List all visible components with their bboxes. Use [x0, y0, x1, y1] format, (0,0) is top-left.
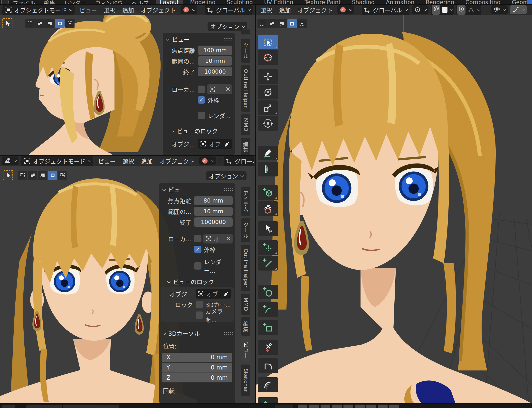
add-extra-tool-button[interactable]	[258, 397, 278, 403]
render-checkbox[interactable]	[198, 112, 205, 119]
viewport1-mode-dropdown[interactable]: オブジェクトモード	[2, 5, 75, 15]
topbar-menu-item[interactable]: 編集	[44, 0, 55, 5]
timeline-cell[interactable]	[355, 405, 365, 408]
box-trim-tool-button[interactable]	[258, 201, 278, 216]
active-tool-select-box-button[interactable]	[3, 170, 13, 180]
timeline-view-button[interactable]	[104, 405, 119, 408]
active-tool-select-box-button[interactable]	[2, 18, 12, 28]
workspace-tab[interactable]: Rendering	[422, 0, 458, 5]
pivot-point-dropdown[interactable]	[412, 5, 428, 14]
select-intersect-button[interactable]	[65, 19, 75, 28]
menu-item[interactable]: オブジェクト	[160, 157, 195, 165]
show-gizmo-dropdown[interactable]	[491, 5, 508, 14]
snap-magnet-toggle[interactable]	[432, 5, 440, 15]
sidebar-tab[interactable]: Outline Helper	[241, 65, 250, 112]
lock-camera-checkbox[interactable]	[196, 311, 203, 319]
timeline-cell[interactable]	[378, 405, 388, 408]
workspace-tab[interactable]: Compositing	[462, 0, 504, 5]
workspace-tab[interactable]: Modeling	[186, 0, 219, 5]
add-arc-tool-button[interactable]	[258, 302, 278, 317]
timeline-cell[interactable]	[309, 405, 319, 408]
workspace-tab[interactable]: Shading	[348, 0, 379, 5]
viewport2-orientation-dropdown[interactable]: グローバル	[224, 156, 254, 166]
select-set-button[interactable]	[25, 19, 35, 28]
sidebar-tab[interactable]: アイテム	[241, 186, 250, 216]
topbar-menu-item[interactable]: ヘルプ	[132, 0, 149, 5]
select-box-tool-button[interactable]	[258, 35, 278, 49]
workspace-tab[interactable]: Sculpting	[223, 0, 257, 5]
add-cube-tool-button[interactable]	[258, 185, 278, 200]
panel-header-view[interactable]: ビュー	[159, 183, 235, 194]
clear-icon[interactable]: ✕	[225, 86, 230, 93]
scale-tool-button[interactable]	[258, 100, 278, 115]
blender-logo-icon[interactable]	[1, 0, 9, 5]
editor-type-dropdown[interactable]	[2, 156, 19, 165]
menu-item[interactable]: 追加	[279, 6, 291, 14]
fillet-tool-button[interactable]	[258, 358, 278, 373]
workspace-tab[interactable]: Animation	[382, 0, 418, 5]
menu-item[interactable]: 追加	[122, 6, 134, 14]
menu-item[interactable]: ビュー	[79, 6, 97, 14]
editor-border[interactable]	[0, 155, 255, 156]
menu-item[interactable]: 選択	[104, 6, 115, 14]
camera-object-field[interactable]: ✕	[207, 84, 232, 94]
timeline-cell[interactable]	[389, 405, 399, 408]
outline-checkbox[interactable]: ✓	[194, 246, 201, 253]
viewport3-shading-dropdown[interactable]	[337, 5, 354, 14]
sidebar-tab[interactable]: MMD	[241, 293, 250, 315]
camera-object-field[interactable]: オ ✕	[203, 234, 233, 243]
viewport-top-left[interactable]: オブジェクトモード ビュー選択追加オブジェクト グローバル	[0, 5, 255, 155]
select-extend-button[interactable]	[35, 19, 45, 28]
measure-tool-button[interactable]	[258, 162, 278, 176]
add-rect-tool-button[interactable]	[258, 320, 278, 335]
viewport1-shading-dropdown[interactable]	[180, 5, 197, 14]
cursor-tool-button[interactable]	[258, 50, 278, 65]
panel-header-view[interactable]: ビュー	[163, 33, 235, 44]
eyedropper-icon[interactable]	[223, 291, 229, 297]
local-camera-checkbox[interactable]	[198, 86, 205, 93]
viewport3-orientation-dropdown[interactable]: グローバル	[362, 5, 409, 15]
panel-header-view-lock[interactable]: ビューのロック	[163, 125, 235, 136]
sidebar-tab[interactable]: Outline Helper	[241, 244, 250, 291]
transform-tool-button[interactable]	[258, 116, 278, 131]
cursor-z-slider[interactable]: Z 0 mm	[162, 373, 232, 382]
sidebar-tab[interactable]: ツール	[241, 218, 250, 243]
workspace-tab[interactable]: Texture Paint	[301, 0, 344, 5]
clip-end-field[interactable]: 100000	[198, 67, 232, 76]
viewport2-mode-dropdown[interactable]: オブジェクトモード	[21, 156, 93, 166]
timeline-cell[interactable]	[332, 405, 342, 408]
lock-3dcursor-checkbox[interactable]	[196, 301, 203, 308]
select-extend-button[interactable]	[28, 171, 37, 180]
offset-tool-button[interactable]	[258, 377, 278, 392]
select-subtract-button[interactable]	[45, 19, 55, 28]
sidebar-tab[interactable]: MMD	[241, 114, 250, 136]
trim-tool-button[interactable]	[258, 340, 278, 355]
select-add-button[interactable]	[48, 171, 57, 180]
cursor-y-slider[interactable]: Y 0 mm	[162, 363, 232, 373]
topbar-menu-item[interactable]: ファイル	[13, 0, 35, 5]
menu-item[interactable]: 追加	[141, 157, 153, 165]
clip-end-field[interactable]: 1000000	[194, 217, 233, 227]
topbar-menu-item[interactable]: レンダー	[64, 0, 86, 5]
workspace-tab[interactable]: Layout	[156, 0, 183, 5]
add-line-tool-button[interactable]	[258, 256, 278, 271]
panel-header-view-lock[interactable]: ビューのロック	[159, 275, 235, 287]
timeline-cell[interactable]	[343, 405, 353, 408]
viewport-right[interactable]: 選択追加オブジェクト グローバル	[256, 5, 532, 403]
panel-header-3dcursor[interactable]: 3Dカーソル	[159, 327, 235, 338]
menu-item[interactable]: オブジェクト	[298, 6, 333, 14]
clip-start-field[interactable]: 10 mm	[198, 56, 232, 66]
sidebar-tab[interactable]: 編集	[241, 317, 250, 336]
select-set-button[interactable]	[18, 171, 27, 180]
viewport2-options-button[interactable]: オプション	[206, 171, 247, 180]
timeline-cell[interactable]	[298, 405, 307, 408]
select-add-button[interactable]	[287, 19, 297, 28]
menu-item[interactable]: ビュー	[98, 157, 116, 165]
add-point-tool-button[interactable]	[258, 240, 278, 255]
panel-grip-icon[interactable]	[223, 332, 233, 335]
move-tool-button[interactable]	[258, 69, 278, 84]
clip-start-field[interactable]: 10 mm	[194, 207, 233, 216]
viewport-bottom-left[interactable]: オブジェクトモード ビュー選択追加オブジェクト グローバル	[0, 156, 255, 403]
sidebar-tab-partial[interactable]	[241, 29, 250, 35]
panel-grip-icon[interactable]	[223, 188, 233, 191]
